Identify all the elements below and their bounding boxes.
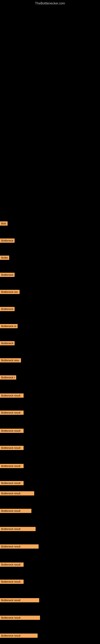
bottleneck-result-18[interactable]: Bottleneck result (0, 509, 31, 513)
bottleneck-result-25[interactable]: Bottleneck result (0, 634, 38, 638)
bottleneck-result-11[interactable]: Bottleneck result (0, 394, 24, 398)
bottleneck-result-12[interactable]: Bottleneck result (0, 410, 24, 415)
bottleneck-result-7[interactable]: Bottleneck re (0, 324, 18, 328)
bottleneck-result-16[interactable]: Bottleneck result (0, 481, 24, 485)
bottleneck-result-20[interactable]: Bottleneck result (0, 544, 39, 548)
bottleneck-result-15[interactable]: Bottleneck result (0, 464, 24, 468)
bottleneck-result-6[interactable]: Bottleneck (0, 307, 15, 311)
bottleneck-result-8[interactable]: Bottleneck (0, 341, 15, 345)
bottleneck-result-17[interactable]: Bottleneck result (0, 491, 34, 496)
bottleneck-result-5[interactable]: Bottleneck res (0, 290, 20, 294)
bottleneck-result-3[interactable]: Bottle (0, 256, 9, 260)
bottleneck-result-2[interactable]: Bottleneck (0, 238, 15, 243)
bottleneck-result-14[interactable]: Bottleneck result (0, 446, 24, 450)
bottleneck-result-24[interactable]: Bottleneck result (0, 616, 40, 620)
bottleneck-result-23[interactable]: Bottleneck result (0, 598, 39, 602)
bottleneck-result-13[interactable]: Bottleneck result (0, 429, 24, 433)
bottleneck-result-4[interactable]: Bottleneck (0, 273, 15, 277)
bottleneck-result-1[interactable]: Bott (0, 222, 8, 226)
bottleneck-result-21[interactable]: Bottleneck result (0, 562, 24, 567)
bottleneck-result-10[interactable]: Bottleneck r (0, 375, 16, 380)
site-title: TheBottlenecker.com (0, 0, 100, 6)
bottleneck-result-22[interactable]: Bottleneck result (0, 580, 24, 584)
bottleneck-result-9[interactable]: Bottleneck resu (0, 358, 21, 362)
bottleneck-result-19[interactable]: Bottleneck result (0, 527, 36, 531)
